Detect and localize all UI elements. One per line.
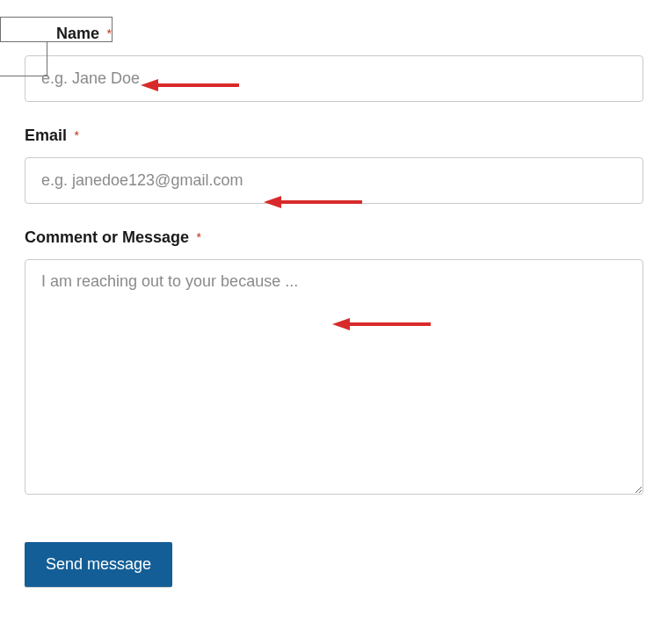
email-label: Email — [25, 127, 67, 145]
name-label-row: Name * — [25, 25, 643, 55]
contact-form: Name * Email * Comment or Message * Send… — [0, 0, 668, 611]
email-label-row: Email * — [25, 127, 643, 157]
comment-label-row: Comment or Message * — [25, 228, 643, 259]
name-input[interactable] — [25, 55, 643, 102]
required-indicator: * — [106, 26, 111, 40]
required-indicator: * — [74, 128, 78, 142]
name-field-group: Name * — [25, 25, 643, 102]
email-input[interactable] — [25, 157, 643, 204]
send-button[interactable]: Send message — [25, 542, 172, 587]
name-label: Name — [56, 25, 99, 43]
comment-field-group: Comment or Message * — [25, 228, 643, 498]
comment-label: Comment or Message — [25, 228, 189, 247]
required-indicator: * — [197, 230, 201, 244]
comment-textarea[interactable] — [25, 259, 643, 495]
email-field-group: Email * — [25, 127, 643, 204]
